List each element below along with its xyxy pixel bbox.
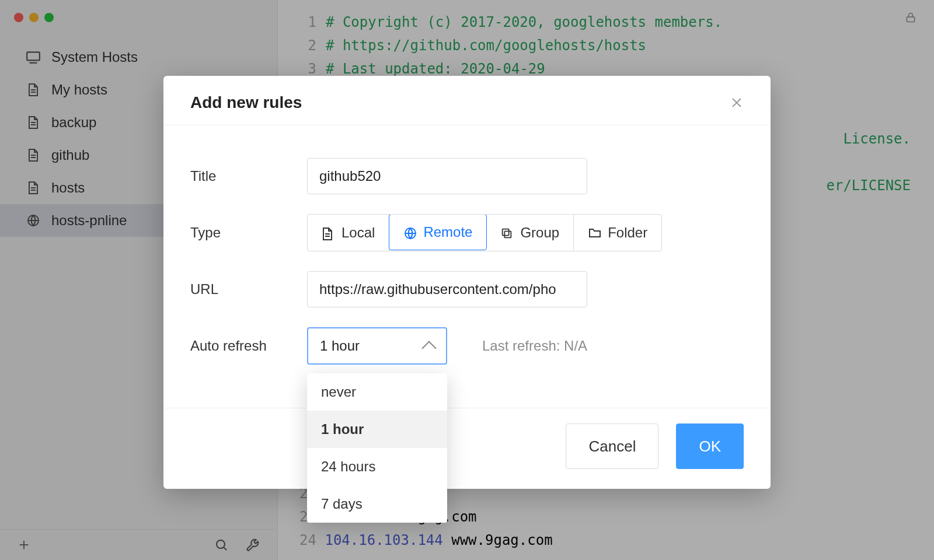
title-label: Title bbox=[190, 168, 307, 184]
app-window: System HostsMy hostsbackupgithubhostshos… bbox=[0, 0, 934, 560]
ok-button[interactable]: OK bbox=[676, 424, 744, 469]
type-option-group[interactable]: Group bbox=[486, 215, 574, 251]
refresh-option[interactable]: 1 hour bbox=[307, 411, 447, 448]
copy-icon bbox=[500, 227, 513, 239]
auto-refresh-value: 1 hour bbox=[320, 338, 360, 354]
auto-refresh-select[interactable]: 1 hour bbox=[307, 327, 447, 365]
url-label: URL bbox=[190, 281, 307, 298]
file-icon bbox=[322, 227, 334, 239]
last-refresh-text: Last refresh: N/A bbox=[482, 338, 587, 354]
add-rules-modal: Add new rules Title Type LocalRemoteGrou… bbox=[163, 76, 771, 489]
title-input[interactable] bbox=[307, 158, 587, 194]
svg-rect-23 bbox=[505, 231, 511, 237]
type-segmented: LocalRemoteGroupFolder bbox=[307, 214, 662, 251]
refresh-option[interactable]: 24 hours bbox=[307, 448, 447, 485]
url-input[interactable] bbox=[307, 271, 587, 307]
chevron-up-icon bbox=[421, 341, 436, 355]
refresh-option[interactable]: never bbox=[307, 373, 447, 411]
auto-refresh-dropdown: never1 hour24 hours7 days bbox=[307, 373, 447, 523]
auto-refresh-label: Auto refresh bbox=[190, 338, 307, 354]
type-option-folder[interactable]: Folder bbox=[574, 215, 661, 251]
svg-rect-24 bbox=[503, 229, 509, 236]
type-option-local[interactable]: Local bbox=[308, 215, 389, 251]
close-icon[interactable] bbox=[730, 96, 744, 110]
type-option-remote[interactable]: Remote bbox=[389, 214, 487, 250]
type-label: Type bbox=[190, 225, 307, 241]
cancel-button[interactable]: Cancel bbox=[566, 424, 658, 469]
refresh-option[interactable]: 7 days bbox=[307, 485, 447, 523]
modal-overlay[interactable]: Add new rules Title Type LocalRemoteGrou… bbox=[0, 0, 934, 560]
folder-icon bbox=[588, 227, 601, 239]
modal-title: Add new rules bbox=[190, 93, 302, 112]
globe-icon bbox=[403, 226, 416, 238]
